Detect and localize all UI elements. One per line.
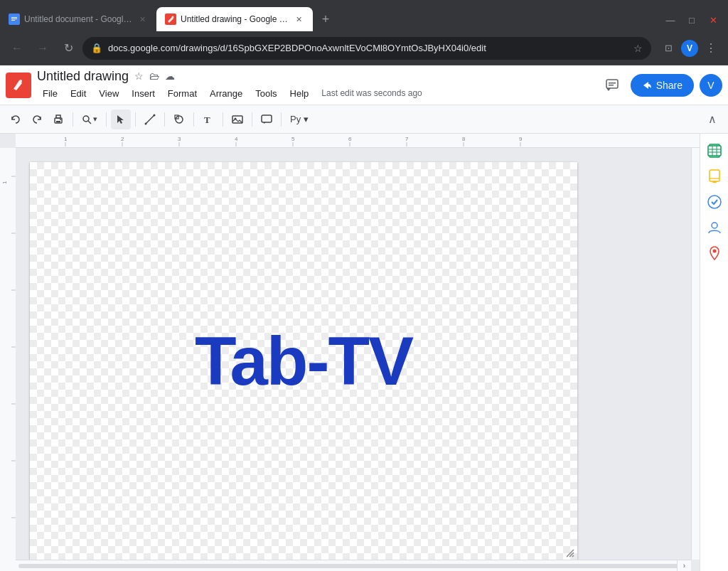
nav-back-button[interactable]: ← <box>6 37 28 60</box>
menu-file[interactable]: File <box>37 85 63 102</box>
line-tool[interactable] <box>140 110 160 129</box>
address-bar[interactable]: 🔒 docs.google.com/drawings/d/16SpbGXEP2B… <box>82 37 651 60</box>
zoom-dropdown[interactable]: ▾ <box>77 113 102 126</box>
scroll-bottom-right-corner[interactable]: › <box>677 560 691 571</box>
svg-rect-55 <box>708 146 721 156</box>
profile-icon[interactable]: V <box>681 40 698 57</box>
menu-arrange[interactable]: Arrange <box>204 85 248 102</box>
svg-line-16 <box>88 121 91 124</box>
svg-rect-60 <box>710 170 719 181</box>
tab-drawing-close[interactable]: ✕ <box>293 14 304 25</box>
svg-point-5 <box>172 16 174 18</box>
canvas-scroll-area[interactable]: Tab-TV <box>16 148 700 560</box>
nav-reload-button[interactable]: ↻ <box>57 37 80 60</box>
new-tab-button[interactable]: + <box>316 9 336 29</box>
svg-rect-1 <box>11 17 17 18</box>
py-dropdown[interactable]: Py ▾ <box>286 112 313 126</box>
svg-rect-61 <box>712 181 717 183</box>
undo-button[interactable] <box>6 110 26 129</box>
side-keep-icon[interactable] <box>703 165 726 188</box>
zoom-chevron: ▾ <box>93 114 97 124</box>
comment-button[interactable] <box>599 73 625 98</box>
side-tasks-icon[interactable] <box>703 191 726 213</box>
print-button[interactable] <box>48 110 68 129</box>
side-sheets-icon[interactable] <box>703 139 726 162</box>
tab-doc-close[interactable]: ✕ <box>136 14 148 25</box>
app-title[interactable]: Untitled drawing <box>37 69 129 84</box>
text-tool[interactable]: T <box>198 110 218 129</box>
canvas-container: 1 2 3 4 5 6 7 8 <box>0 134 700 571</box>
star-icon[interactable]: ☆ <box>134 70 144 82</box>
svg-rect-8 <box>606 80 618 88</box>
window-minimize[interactable]: — <box>661 11 680 29</box>
ruler-vertical: 1 <box>0 148 16 560</box>
menu-format[interactable]: Format <box>162 85 203 102</box>
cast-icon[interactable]: ⊡ <box>657 37 680 60</box>
tab-drawing-favicon <box>165 14 176 25</box>
tab-drawing-label: Untitled drawing - Google Draw... <box>181 14 289 24</box>
svg-text:7: 7 <box>405 136 409 142</box>
svg-text:1: 1 <box>64 136 68 142</box>
toolbar-separator-5 <box>193 112 194 127</box>
menu-help[interactable]: Help <box>284 85 315 102</box>
user-avatar[interactable]: V <box>700 74 722 97</box>
tab-drawing[interactable]: Untitled drawing - Google Draw... ✕ <box>156 7 313 31</box>
menu-tools[interactable]: Tools <box>250 85 282 102</box>
drawing-canvas[interactable]: Tab-TV <box>30 162 577 560</box>
comment-tool[interactable] <box>257 110 277 129</box>
ruler-horizontal: 1 2 3 4 5 6 7 8 <box>16 134 700 148</box>
app-title-area: Untitled drawing ☆ 🗁 ☁ File Edit View In… <box>37 69 599 102</box>
browser-menu-icon[interactable]: ⋮ <box>700 37 722 60</box>
share-label: Share <box>656 80 682 91</box>
folder-icon[interactable]: 🗁 <box>149 70 159 82</box>
menu-view[interactable]: View <box>93 85 124 102</box>
svg-rect-10 <box>609 85 614 86</box>
app-header: Untitled drawing ☆ 🗁 ☁ File Edit View In… <box>0 65 728 105</box>
toolbar-separator-1 <box>73 112 73 127</box>
horizontal-scrollbar[interactable]: › <box>16 560 691 571</box>
window-maximize[interactable]: □ <box>682 11 701 29</box>
svg-rect-26 <box>16 134 700 148</box>
svg-point-63 <box>708 196 721 208</box>
toolbar-separator-8 <box>281 112 282 127</box>
bookmark-icon[interactable]: ☆ <box>633 43 643 54</box>
drawing-toolbar: ▾ T Py ▾ ∧ <box>0 105 728 134</box>
menu-insert[interactable]: Insert <box>126 85 161 102</box>
svg-point-14 <box>60 119 61 120</box>
app-logo <box>6 73 31 98</box>
tab-doc-label: Untitled document - Google Doc <box>24 14 132 24</box>
shape-tool[interactable] <box>169 110 189 129</box>
svg-text:1: 1 <box>1 181 8 184</box>
svg-text:5: 5 <box>291 136 295 142</box>
tab-doc[interactable]: Untitled document - Google Doc ✕ <box>0 7 156 31</box>
svg-rect-3 <box>11 20 15 21</box>
address-bar-row: ← → ↻ 🔒 docs.google.com/drawings/d/16Spb… <box>0 31 728 65</box>
canvas-resize-handle[interactable] <box>566 549 576 559</box>
nav-forward-button[interactable]: → <box>31 37 54 60</box>
svg-text:3: 3 <box>178 136 181 142</box>
header-right: Share V <box>599 73 722 98</box>
svg-point-15 <box>83 116 89 122</box>
side-panel <box>700 134 728 571</box>
cloud-icon[interactable]: ☁ <box>165 70 175 82</box>
svg-rect-12 <box>56 115 60 118</box>
address-text: docs.google.com/drawings/d/16SpbGXEP2BDP… <box>108 43 628 53</box>
side-maps-icon[interactable] <box>703 242 726 265</box>
toolbar-collapse-button[interactable]: ∧ <box>702 110 722 129</box>
side-contacts-icon[interactable] <box>703 216 726 239</box>
vertical-scrollbar[interactable] <box>691 148 700 560</box>
svg-point-20 <box>176 116 183 123</box>
svg-point-64 <box>712 223 717 228</box>
share-button[interactable]: Share <box>631 74 694 97</box>
window-close[interactable]: ✕ <box>704 11 722 29</box>
lock-icon: 🔒 <box>91 43 102 53</box>
select-tool[interactable] <box>111 110 131 129</box>
image-tool[interactable] <box>228 110 247 129</box>
app-menu: File Edit View Insert Format Arrange Too… <box>37 85 599 102</box>
menu-edit[interactable]: Edit <box>65 85 92 102</box>
toolbar-separator-4 <box>164 112 165 127</box>
canvas-text-content[interactable]: Tab-TV <box>195 322 412 400</box>
toolbar-separator-2 <box>106 112 107 127</box>
redo-button[interactable] <box>27 110 47 129</box>
svg-rect-45 <box>0 148 16 571</box>
